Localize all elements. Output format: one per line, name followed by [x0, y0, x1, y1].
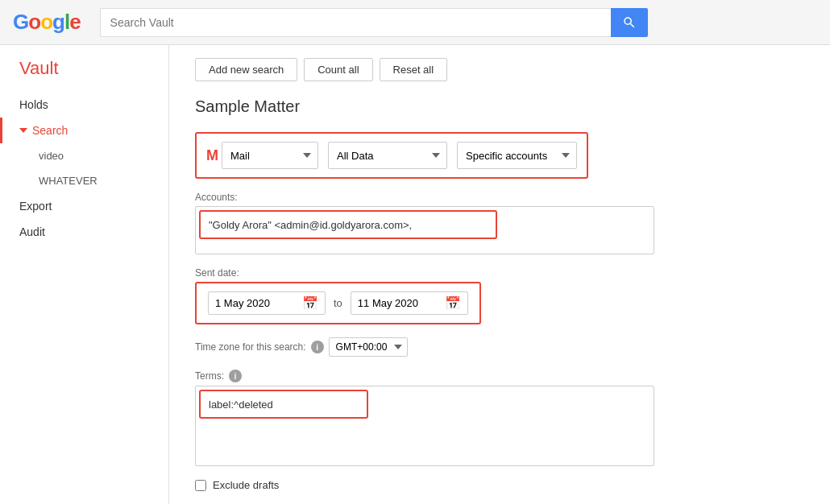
main-content: Add new search Count all Reset all Sampl…: [169, 45, 830, 504]
mail-icon: M: [206, 147, 218, 164]
terms-label-row: Terms: i: [195, 370, 804, 382]
terms-label: Terms:: [195, 370, 224, 382]
date-to-separator: to: [334, 297, 342, 309]
accounts-section: Accounts:: [195, 192, 804, 254]
service-dropdown[interactable]: Mail Drive Groups: [222, 142, 318, 169]
date-to-wrapper: 📅: [351, 291, 468, 315]
logo-letter-o1: o: [28, 10, 40, 35]
sidebar-label-video: video: [39, 150, 64, 162]
calendar-to-icon[interactable]: 📅: [445, 295, 461, 311]
date-from-input[interactable]: [215, 297, 296, 309]
timezone-select[interactable]: GMT+00:00 GMT+01:00 GMT-05:00: [329, 337, 408, 357]
chevron-down-icon: [19, 128, 27, 133]
header-search-button[interactable]: [611, 8, 648, 37]
sidebar: Vault Holds Search video WHATEVER Export…: [0, 45, 169, 504]
top-header: Google: [0, 0, 830, 45]
accounts-label: Accounts:: [195, 192, 804, 203]
mail-icon-container: M: [206, 147, 222, 164]
sidebar-label-audit: Audit: [19, 225, 45, 238]
date-row-box: 📅 to 📅: [195, 282, 481, 324]
terms-input-wrapper: [199, 390, 368, 419]
date-from-wrapper: 📅: [208, 291, 326, 315]
page-title: Sample Matter: [195, 97, 804, 116]
sidebar-item-holds[interactable]: Holds: [0, 92, 168, 118]
sidebar-item-search[interactable]: Search: [0, 118, 168, 143]
google-logo: Google: [13, 10, 81, 35]
sidebar-brand: Vault: [0, 52, 168, 92]
search-scope-dropdown[interactable]: Specific accounts All accounts Organizat…: [457, 142, 577, 169]
timezone-label: Time zone for this search:: [195, 341, 306, 353]
logo-letter-g: G: [13, 10, 28, 35]
date-section: Sent date: 📅 to 📅: [195, 267, 804, 324]
sidebar-item-video[interactable]: video: [0, 143, 168, 168]
terms-info-icon[interactable]: i: [229, 370, 242, 382]
sidebar-item-whatever[interactable]: WHATEVER: [0, 168, 168, 193]
sidebar-item-audit[interactable]: Audit: [0, 219, 168, 245]
timezone-section: Time zone for this search: i GMT+00:00 G…: [195, 337, 804, 357]
reset-all-button[interactable]: Reset all: [380, 58, 448, 81]
timezone-info-icon[interactable]: i: [311, 341, 324, 353]
header-search-input[interactable]: [100, 8, 611, 37]
toolbar: Add new search Count all Reset all: [195, 58, 804, 81]
count-all-button[interactable]: Count all: [304, 58, 372, 81]
logo-letter-g2: g: [52, 10, 64, 35]
sidebar-label-holds: Holds: [19, 98, 48, 111]
search-icon: [622, 15, 637, 30]
date-to-input[interactable]: [358, 297, 438, 309]
terms-input[interactable]: [209, 399, 359, 411]
accounts-outer-box: [195, 206, 654, 254]
accounts-input[interactable]: [209, 219, 488, 231]
data-scope-dropdown[interactable]: All Data Held Data Unprocessed Data: [328, 142, 447, 169]
calendar-from-icon[interactable]: 📅: [302, 295, 318, 311]
exclude-drafts-checkbox[interactable]: [195, 480, 206, 491]
accounts-input-wrapper: [199, 210, 497, 239]
add-new-search-button[interactable]: Add new search: [195, 58, 297, 81]
header-search-wrapper: [100, 8, 648, 37]
sent-date-label: Sent date:: [195, 267, 804, 279]
sidebar-label-whatever: WHATEVER: [39, 175, 98, 187]
exclude-drafts-row: Exclude drafts: [195, 479, 804, 491]
logo-letter-o2: o: [40, 10, 52, 35]
dropdowns-row: M Mail Drive Groups All Data Held Data U…: [195, 132, 588, 179]
app-layout: Vault Holds Search video WHATEVER Export…: [0, 45, 830, 504]
sidebar-item-export[interactable]: Export: [0, 193, 168, 219]
exclude-drafts-label: Exclude drafts: [213, 479, 279, 491]
logo-letter-e: e: [69, 10, 80, 35]
terms-section: Terms: i: [195, 370, 804, 466]
sidebar-label-search: Search: [32, 124, 68, 137]
terms-outer-box: [195, 386, 654, 466]
sidebar-label-export: Export: [19, 200, 52, 213]
